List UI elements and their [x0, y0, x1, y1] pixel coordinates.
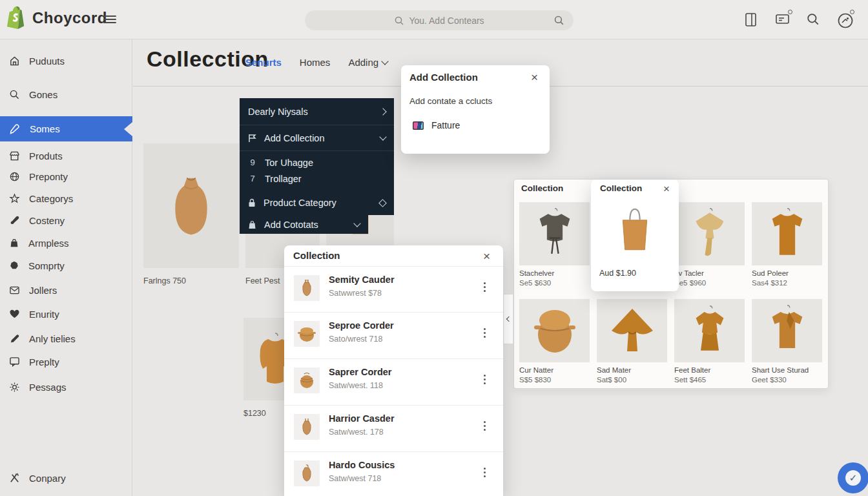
chevron-down-icon — [379, 133, 386, 140]
app-window: Choycord You. Add Contears — [0, 0, 868, 496]
menu-item-tor-uhagge[interactable]: 9 Tor Uhagge — [240, 154, 394, 170]
search-icon[interactable] — [806, 12, 822, 28]
search-submit-icon[interactable] — [553, 15, 564, 26]
chat-button[interactable]: ✓ — [838, 462, 868, 493]
sidebar-item-preponty[interactable]: Preponty — [0, 165, 132, 187]
tab-adding[interactable]: Adding — [348, 57, 388, 68]
product-price: S$5 $830 — [519, 376, 590, 384]
product-price: Sas4 $312 — [752, 279, 822, 287]
close-icon[interactable]: × — [483, 250, 490, 262]
scarf-top-image — [686, 207, 734, 261]
product-name: Stachelver — [519, 269, 590, 277]
list-item-sub: Sato/wrest 718 — [329, 335, 382, 344]
close-icon[interactable]: × — [663, 183, 670, 194]
product-price: Se5 $960 — [674, 279, 745, 287]
sidebar-item-categorys[interactable]: Categorys — [0, 187, 132, 209]
close-icon[interactable]: × — [531, 71, 538, 83]
chevron-down-icon — [381, 57, 388, 65]
kebab-menu-icon[interactable] — [484, 328, 486, 338]
product-name: av Tacler — [674, 269, 745, 277]
product-name: Sud Poleer — [752, 269, 822, 277]
menu-item-add-collection[interactable]: Add Collection — [240, 125, 394, 150]
sidebar-label: Jollers — [29, 285, 57, 296]
panel-product-cur-natter[interactable]: Cur Natter S$5 $830 — [519, 299, 590, 384]
sidebar-label: Pessags — [29, 382, 67, 393]
number-7-icon: 7 — [248, 174, 257, 183]
panel-product-feet-balter[interactable]: Feet Balter Sett $465 — [674, 299, 745, 384]
sidebar-item-pessags[interactable]: Pessags — [0, 376, 132, 398]
menu-label: Add Cototats — [264, 220, 347, 230]
sidebar-label: Produts — [29, 150, 63, 161]
diamond-icon — [378, 199, 387, 207]
panel-product-sad-mater[interactable]: Sad Mater Sat$ $00 — [597, 299, 667, 384]
sidebar-item-costeny[interactable]: Costeny — [0, 209, 132, 231]
modal-title: Collection — [293, 250, 340, 261]
menu-label: Dearly Niysals — [248, 107, 373, 117]
message-icon[interactable] — [775, 12, 790, 28]
popup-title: Collection — [600, 183, 642, 193]
list-item[interactable]: Harrior Casder Satw/west. 178 — [284, 405, 503, 451]
sidebar-label: Conpary — [29, 473, 66, 484]
sidebar-label: Preplty — [29, 356, 59, 367]
sidebar-item-jollers[interactable]: Jollers — [0, 279, 132, 301]
tab-homes[interactable]: Homes — [300, 57, 331, 68]
document-icon[interactable] — [744, 12, 760, 28]
search-input[interactable]: You. Add Contears — [305, 10, 574, 30]
panel-product-av-tacler[interactable]: av Tacler Se5 $960 — [674, 202, 745, 287]
list-item[interactable]: Semity Cauder Satwwrest $78 — [284, 266, 503, 312]
menu-icon[interactable] — [103, 16, 116, 25]
sidebar: Puduuts Gones Somes Produts Preponty Cat… — [0, 39, 132, 496]
sidebar-item-somes[interactable]: Somes — [0, 116, 132, 141]
blob-icon — [9, 260, 19, 271]
fatture-item[interactable]: Fatture — [413, 120, 460, 130]
list-item[interactable]: Hardo Cousics Satw/west 718 — [284, 451, 503, 496]
sidebar-item-preplty[interactable]: Preplty — [0, 351, 132, 373]
sidebar-item-armpless[interactable]: Armpless — [0, 232, 132, 254]
kebab-menu-icon[interactable] — [484, 421, 486, 431]
account-icon[interactable] — [837, 12, 852, 28]
bag-popup: Collection × Aud $1.90 — [591, 180, 679, 291]
list-item-name: Hardo Cousics — [329, 460, 395, 470]
heart-icon — [9, 309, 20, 319]
list-item[interactable]: Saprer Corder Satw/west. 118 — [284, 358, 503, 404]
product-card-farlngs[interactable]: Farlngs 750 — [143, 143, 239, 285]
sidebar-item-puduuts[interactable]: Puduuts — [0, 50, 132, 72]
menu-item-product-category[interactable]: Product Category — [240, 192, 394, 214]
product-thumbnail — [294, 321, 320, 347]
sidebar-item-anly-tielies[interactable]: Anly tielies — [0, 327, 132, 349]
sidebar-item-produts[interactable]: Produts — [0, 145, 132, 167]
sidebar-item-gones[interactable]: Gones — [0, 83, 132, 105]
chevron-right-icon — [379, 108, 386, 115]
sidebar-item-enurity[interactable]: Enurity — [0, 303, 132, 325]
search-icon — [9, 89, 20, 100]
flag-icon — [248, 134, 256, 143]
home-icon — [9, 56, 20, 67]
sidebar-item-conpary[interactable]: Conpary — [0, 467, 132, 489]
product-name: Shart Use Sturad — [752, 366, 822, 374]
panel-product-sud-poleer[interactable]: Sud Poleer Sas4 $312 — [752, 202, 822, 287]
list-item[interactable]: Seproe Corder Sato/wrest 718 — [284, 312, 503, 358]
panel-title: Collection — [521, 183, 563, 193]
panel-product-stachelver[interactable]: Stachelver Se5 $630 — [519, 202, 590, 287]
account-badge — [850, 10, 854, 14]
gear-icon — [9, 382, 20, 393]
menu-item-add-cototats[interactable]: Add Cototats — [240, 215, 368, 234]
menu-item-trollager[interactable]: 7 Trollager — [240, 170, 394, 187]
product-thumbnail — [294, 275, 320, 301]
menu-label: Add Collection — [264, 133, 373, 143]
panel-prev-button[interactable] — [503, 294, 513, 344]
kebab-menu-icon[interactable] — [484, 282, 486, 292]
sidebar-label: Gones — [29, 89, 57, 100]
product-thumbnail — [294, 414, 320, 440]
list-item-name: Semity Cauder — [329, 274, 395, 285]
kebab-menu-icon[interactable] — [484, 468, 486, 477]
panel-product-shart-use[interactable]: Shart Use Sturad Geet $330 — [752, 299, 822, 384]
collection-list-modal: Collection × Semity Cauder Satwwrest $78… — [284, 245, 503, 496]
tab-senurts[interactable]: Senurts — [245, 57, 282, 68]
kebab-menu-icon[interactable] — [484, 375, 486, 384]
dress-image — [686, 304, 734, 358]
number-9-icon: 9 — [248, 158, 257, 167]
sidebar-item-somprty[interactable]: Somprty — [0, 254, 132, 276]
menu-item-dearly-niysals[interactable]: Dearly Niysals — [240, 98, 394, 125]
menu-label: Product Category — [264, 198, 372, 208]
